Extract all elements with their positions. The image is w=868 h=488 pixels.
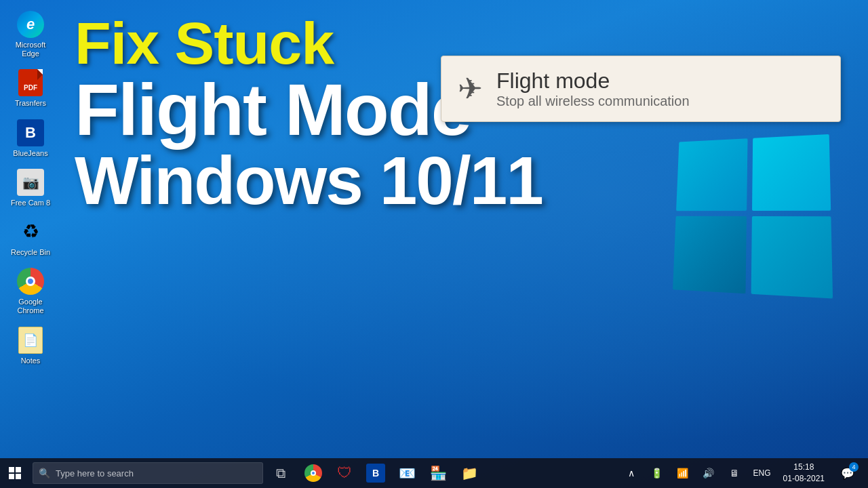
desktop-icon-freecam[interactable]: 📷 Free Cam 8 [3,165,58,211]
notes-label: Notes [21,357,41,365]
store-icon: 🏪 [430,465,447,481]
edge-icon: e [17,11,44,38]
shield-icon: 🛡 [337,464,352,482]
desktop-icon-recycle[interactable]: ♻ Recycle Bin [3,214,58,261]
taskbar-store[interactable]: 🏪 [423,458,453,488]
bluejeans-taskbar-icon: B [366,464,385,483]
desktop-icon-chrome[interactable]: Google Chrome [3,264,58,319]
tray-icons: ∧ 🔋 📶 🔊 🖥 [619,458,747,488]
battery-icon-area[interactable]: 🔋 [645,458,669,488]
tray-expand-icon: ∧ [628,468,635,479]
recycle-bin-icon: ♻ [17,218,44,245]
desktop-icon-pdf[interactable]: PDF Trasnfers [3,65,58,112]
taskbar-security[interactable]: 🛡 [330,458,359,488]
win-logo-pane-4 [751,216,833,298]
taskbar-chrome[interactable] [298,458,328,488]
flight-mode-title: Flight mode [496,68,690,94]
clock-date: 01-08-2021 [783,473,825,485]
desktop-icon-edge[interactable]: e Microsoft Edge [3,7,58,62]
pdf-icon: PDF [17,69,44,96]
freecam-label: Free Cam 8 [11,199,50,207]
taskbar-bluejeans[interactable]: B [361,458,391,488]
task-view-icon: ⧉ [276,466,285,481]
clock-time: 15:18 [793,462,814,473]
start-button[interactable] [0,458,30,488]
display-icon: 🖥 [730,468,739,479]
taskbar-pinned-apps: 🛡 B 📧 🏪 📁 [298,458,484,488]
notification-center-button[interactable]: 💬 4 [833,458,863,488]
airplane-icon: ✈ [458,74,483,104]
start-logo [9,467,21,479]
wifi-icon-area[interactable]: 📶 [671,458,695,488]
pdf-label: Trasnfers [15,99,46,108]
taskbar-outlook[interactable]: 📧 [392,458,422,488]
battery-icon: 🔋 [651,468,663,479]
win-logo-pane-3 [673,216,747,293]
search-placeholder-text: Type here to search [56,468,134,479]
volume-icon: 🔊 [703,468,714,479]
language-indicator[interactable]: ENG [749,458,775,488]
taskbar-search[interactable]: 🔍 Type here to search [33,462,263,484]
taskbar: 🔍 Type here to search ⧉ 🛡 B 📧 🏪 📁 [0,458,868,488]
desktop-icons-area: e Microsoft Edge PDF Trasnfers B BlueJea… [0,0,61,376]
notification-badge: 4 [849,462,859,472]
folder-icon: 📁 [461,465,478,481]
wifi-icon: 📶 [677,468,688,479]
windows-logo [671,136,827,291]
desktop-icon-bluejeans[interactable]: B BlueJeans [3,115,58,162]
flight-mode-text-area: Flight mode Stop all wireless communicat… [496,68,690,109]
win-logo-pane-1 [676,138,747,211]
edge-label: Microsoft Edge [6,41,55,58]
chrome-icon [17,268,44,295]
flight-mode-card: ✈ Flight mode Stop all wireless communic… [441,56,841,122]
desktop-icon-notes[interactable]: 📄 Notes [3,323,58,369]
taskbar-folder[interactable]: 📁 [454,458,484,488]
search-icon: 🔍 [39,468,50,479]
bluejeans-label: BlueJeans [13,149,47,158]
flight-mode-subtitle: Stop all wireless communication [496,94,690,109]
bluejeans-icon: B [17,119,44,146]
volume-icon-area[interactable]: 🔊 [696,458,721,488]
recycle-label: Recycle Bin [11,248,50,257]
display-icon-area[interactable]: 🖥 [722,458,747,488]
freecam-icon: 📷 [17,169,44,196]
clock[interactable]: 15:18 01-08-2021 [778,458,830,488]
outlook-icon: 📧 [399,465,416,481]
win-logo-pane-2 [752,134,831,211]
system-tray: ∧ 🔋 📶 🔊 🖥 ENG 15:18 01-08-2021 💬 4 [619,458,868,488]
task-view-button[interactable]: ⧉ [266,458,296,488]
notes-icon: 📄 [17,327,44,354]
taskbar-chrome-icon [304,464,322,482]
chrome-label: Google Chrome [6,298,55,315]
tray-chevron[interactable]: ∧ [619,458,644,488]
